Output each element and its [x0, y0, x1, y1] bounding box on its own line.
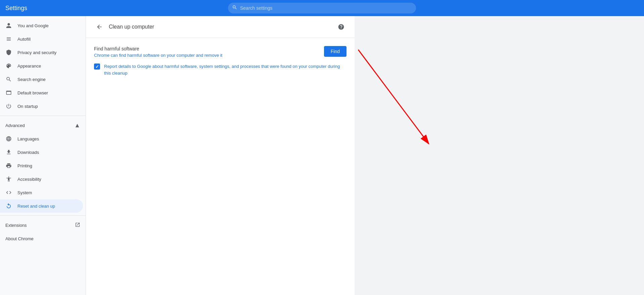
sidebar-item-printing[interactable]: Printing [0, 159, 83, 172]
external-link-icon [75, 222, 80, 228]
sidebar-item-languages[interactable]: Languages [0, 132, 83, 145]
header: Settings [0, 0, 644, 16]
shield-icon [5, 49, 12, 56]
sidebar-label-languages: Languages [17, 136, 39, 141]
sidebar-item-appearance[interactable]: Appearance [0, 59, 83, 73]
find-button[interactable]: Find [324, 46, 347, 57]
palette-icon [5, 62, 12, 69]
back-button[interactable] [94, 22, 105, 32]
download-icon [5, 149, 12, 156]
search-icon [232, 5, 237, 11]
about-chrome-label: About Chrome [5, 236, 34, 241]
page-header: Clean up computer [86, 16, 355, 38]
main-layout: You and Google Autofill Privacy and secu… [0, 16, 644, 295]
search-bar[interactable] [228, 3, 416, 13]
sidebar-label-accessibility: Accessibility [17, 177, 41, 182]
sidebar-divider-1 [0, 116, 86, 116]
sidebar-divider-2 [0, 215, 86, 216]
sidebar-item-reset-and-clean-up[interactable]: Reset and clean up [0, 199, 83, 213]
sidebar-item-downloads[interactable]: Downloads [0, 145, 83, 159]
advanced-label: Advanced [5, 123, 25, 128]
sidebar-item-system[interactable]: System [0, 186, 83, 199]
find-harmful-title: Find harmful software [94, 46, 222, 51]
app-title: Settings [5, 5, 27, 12]
checkbox-check-icon: ✓ [95, 64, 99, 69]
sidebar-item-privacy-and-security[interactable]: Privacy and security [0, 46, 83, 59]
page-title: Clean up computer [109, 24, 154, 30]
sidebar-label-you-and-google: You and Google [17, 23, 49, 28]
autofill-icon [5, 36, 12, 42]
sidebar-item-search-engine[interactable]: Search engine [0, 73, 83, 86]
search-input[interactable] [240, 5, 412, 11]
power-icon [5, 103, 12, 110]
sidebar-item-default-browser[interactable]: Default browser [0, 86, 83, 99]
annotation-arrow [355, 16, 644, 295]
content-area: Clean up computer Find harmful software … [86, 16, 355, 84]
sidebar-label-autofill: Autofill [17, 37, 31, 42]
find-harmful-subtitle: Chrome can find harmful software on your… [94, 53, 222, 58]
sidebar-item-autofill[interactable]: Autofill [0, 32, 83, 46]
sidebar: You and Google Autofill Privacy and secu… [0, 16, 86, 295]
print-icon [5, 162, 12, 169]
sidebar-label-on-startup: On startup [17, 104, 38, 109]
checkbox-label[interactable]: Report details to Google about harmful s… [104, 63, 347, 76]
right-area [355, 16, 644, 295]
sidebar-label-appearance: Appearance [17, 64, 41, 69]
reset-icon [5, 203, 12, 209]
help-button[interactable] [336, 22, 347, 32]
system-icon [5, 189, 12, 196]
chevron-up-icon: ▲ [74, 122, 80, 129]
sidebar-item-you-and-google[interactable]: You and Google [0, 19, 83, 32]
main-content: Clean up computer Find harmful software … [86, 16, 355, 295]
accessibility-icon [5, 176, 12, 182]
sidebar-item-extensions[interactable]: Extensions [0, 218, 86, 232]
extensions-label: Extensions [5, 223, 27, 228]
advanced-section-header[interactable]: Advanced ▲ [0, 119, 86, 132]
checkbox-row: ✓ Report details to Google about harmful… [94, 63, 347, 76]
find-harmful-row: Find harmful software Chrome can find ha… [94, 46, 347, 58]
page-header-left: Clean up computer [94, 22, 154, 32]
search-engine-icon [5, 76, 12, 83]
person-icon [5, 22, 12, 29]
svg-line-1 [358, 50, 429, 144]
sidebar-label-privacy: Privacy and security [17, 50, 56, 55]
sidebar-label-search-engine: Search engine [17, 77, 46, 82]
sidebar-label-reset: Reset and clean up [17, 204, 55, 209]
sidebar-item-on-startup[interactable]: On startup [0, 99, 83, 113]
sidebar-label-printing: Printing [17, 163, 32, 168]
sidebar-item-accessibility[interactable]: Accessibility [0, 172, 83, 186]
sidebar-label-downloads: Downloads [17, 150, 39, 155]
find-harmful-text: Find harmful software Chrome can find ha… [94, 46, 222, 58]
sidebar-label-system: System [17, 190, 32, 195]
report-checkbox[interactable]: ✓ [94, 64, 100, 70]
browser-icon [5, 89, 12, 96]
globe-icon [5, 135, 12, 142]
sidebar-label-default-browser: Default browser [17, 90, 48, 95]
content-section: Find harmful software Chrome can find ha… [86, 38, 355, 84]
sidebar-item-about-chrome[interactable]: About Chrome [0, 232, 86, 245]
